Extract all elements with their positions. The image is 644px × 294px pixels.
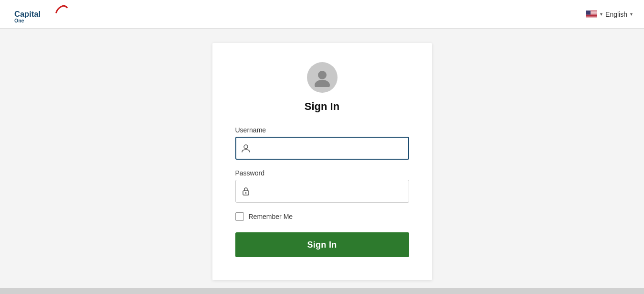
svg-point-10 — [318, 71, 327, 79]
svg-rect-7 — [586, 16, 597, 16]
avatar — [307, 62, 338, 93]
username-form-group: Username — [235, 126, 409, 160]
header: Capital One ▾ English ▾ — [0, 0, 644, 29]
remember-me-checkbox[interactable] — [235, 212, 244, 221]
language-label: English — [605, 11, 627, 18]
password-input-wrapper — [235, 180, 409, 203]
username-label: Username — [235, 126, 409, 134]
language-chevron-icon: ▾ — [630, 11, 633, 17]
username-user-icon — [241, 143, 251, 153]
language-selector[interactable]: ▾ English ▾ — [586, 11, 633, 18]
main-content: Sign In Username Password — [0, 29, 644, 294]
us-flag-icon — [586, 11, 597, 18]
user-silhouette-icon — [313, 68, 332, 87]
password-input[interactable] — [235, 180, 409, 203]
username-input[interactable] — [235, 137, 409, 160]
svg-text:One: One — [14, 18, 24, 23]
svg-rect-6 — [586, 14, 597, 15]
sign-in-title: Sign In — [235, 100, 409, 113]
svg-rect-8 — [586, 17, 597, 17]
svg-text:Capital: Capital — [14, 10, 41, 18]
flag-chevron-icon: ▾ — [600, 11, 602, 17]
sign-in-button[interactable]: Sign In — [235, 232, 409, 257]
remember-me-container: Remember Me — [235, 212, 409, 221]
logo-area: Capital One — [11, 5, 69, 24]
svg-point-12 — [244, 145, 248, 149]
password-label: Password — [235, 169, 409, 177]
password-form-group: Password — [235, 169, 409, 203]
svg-point-11 — [315, 80, 330, 87]
avatar-container — [235, 62, 409, 93]
capital-one-logo: Capital One — [11, 5, 69, 24]
password-lock-icon — [241, 186, 251, 196]
svg-point-14 — [245, 192, 246, 194]
login-card: Sign In Username Password — [212, 43, 432, 280]
username-input-wrapper — [235, 137, 409, 160]
remember-me-label[interactable]: Remember Me — [249, 213, 293, 220]
svg-rect-9 — [586, 11, 591, 15]
horizontal-scrollbar[interactable] — [0, 288, 644, 294]
